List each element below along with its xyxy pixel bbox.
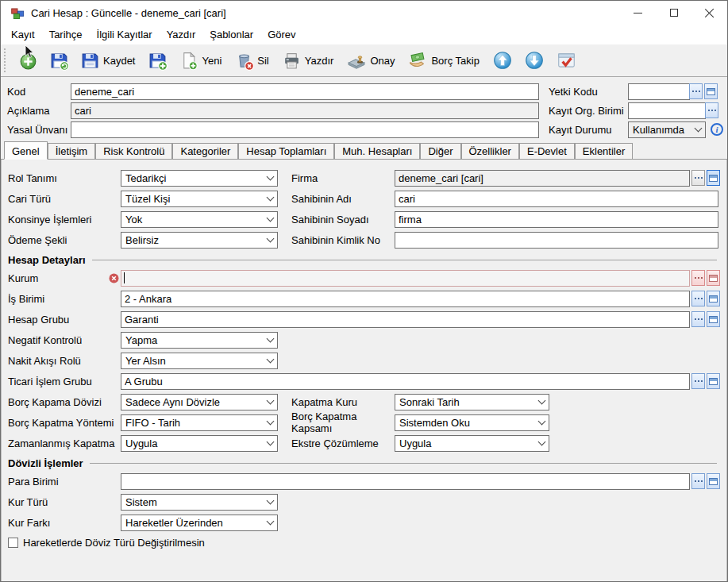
save-new-button[interactable] bbox=[142, 48, 173, 74]
hesap-grubu-ellipsis-button[interactable] bbox=[691, 311, 705, 327]
form-row: İş Birimi bbox=[8, 288, 720, 309]
hesap-grubu-detail-button[interactable] bbox=[707, 311, 720, 327]
yasal-unvani-input[interactable] bbox=[71, 121, 539, 138]
form-row: Kur Türü Sistem bbox=[8, 491, 720, 512]
section-dovizli-islemler: Dövizli İşlemler bbox=[8, 455, 720, 471]
firma-input[interactable] bbox=[395, 170, 690, 187]
delete-button[interactable]: Sil bbox=[229, 48, 275, 74]
delete-button-label: Sil bbox=[257, 55, 270, 67]
kod-input[interactable] bbox=[71, 83, 539, 100]
sahibinin-kimlik-no-input[interactable] bbox=[395, 232, 718, 249]
menu-item-ilgili-kayitlar[interactable]: İlgili Kayıtlar bbox=[90, 26, 160, 43]
aciklama-input[interactable] bbox=[71, 102, 539, 119]
kur-turu-label: Kur Türü bbox=[8, 496, 121, 508]
kayit-durumu-select[interactable]: Kullanımda bbox=[628, 121, 706, 138]
tab-ozellikler[interactable]: Özellikler bbox=[461, 143, 519, 159]
tab-hesap-toplamlari[interactable]: Hesap Toplamları bbox=[238, 143, 334, 159]
form-row: Cari Türü Tüzel Kişi Sahibinin Adı bbox=[8, 188, 720, 209]
ticari-islem-grubu-detail-button[interactable] bbox=[707, 373, 720, 389]
konsinye-islemleri-select[interactable]: Yok bbox=[121, 211, 278, 228]
borc-kapatma-yontemi-select[interactable]: FIFO - Tarih bbox=[121, 414, 278, 431]
menu-item-tarihce[interactable]: Tarihçe bbox=[42, 26, 90, 43]
menu-item-yazdir[interactable]: Yazdır bbox=[160, 26, 203, 43]
para-birimi-label: Para Birimi bbox=[8, 476, 121, 488]
move-down-button[interactable] bbox=[518, 47, 550, 74]
yetki-kodu-ellipsis-button[interactable] bbox=[689, 83, 703, 99]
ekstre-cozumleme-value: Uygula bbox=[399, 437, 431, 449]
tab-genel[interactable]: Genel bbox=[4, 141, 48, 160]
chevron-down-icon bbox=[263, 395, 277, 410]
debt-track-button[interactable]: Borç Takip bbox=[402, 48, 486, 74]
firma-ellipsis-button[interactable] bbox=[691, 170, 705, 186]
tab-e-devlet[interactable]: E-Devlet bbox=[519, 143, 575, 159]
save-new-icon bbox=[148, 51, 168, 71]
kayit-org-birimi-ellipsis-button[interactable] bbox=[705, 102, 718, 118]
kurum-input[interactable] bbox=[121, 270, 690, 287]
close-button[interactable] bbox=[691, 1, 727, 25]
rol-tanimi-select[interactable]: Tedarikçi bbox=[121, 170, 278, 187]
yetki-kodu-input[interactable] bbox=[628, 83, 690, 100]
menu-item-kayit[interactable]: Kayıt bbox=[4, 26, 42, 43]
ticari-islem-grubu-ellipsis-button[interactable] bbox=[691, 373, 705, 389]
is-birimi-detail-button[interactable] bbox=[707, 291, 720, 306]
negatif-kontrolu-select[interactable]: Yapma bbox=[121, 332, 278, 349]
hesap-grubu-input[interactable] bbox=[121, 311, 690, 328]
chevron-down-icon bbox=[263, 333, 277, 348]
borc-kapatma-kapsami-select[interactable]: Sistemden Oku bbox=[395, 414, 549, 431]
new-record-button[interactable]: Yeni bbox=[173, 48, 229, 74]
borc-kapama-dovizi-select[interactable]: Sadece Aynı Dövizle bbox=[121, 394, 278, 410]
tab-eklentiler[interactable]: Eklentiler bbox=[575, 143, 633, 159]
sahibinin-soyadi-input[interactable] bbox=[395, 211, 718, 228]
para-birimi-ellipsis-button[interactable] bbox=[691, 473, 705, 489]
menu-item-sablonlar[interactable]: Şablonlar bbox=[202, 26, 260, 43]
tab-diger[interactable]: Diğer bbox=[420, 143, 460, 159]
chevron-down-icon bbox=[263, 191, 277, 206]
kapatma-kuru-select[interactable]: Sonraki Tarih bbox=[395, 394, 549, 410]
maximize-button[interactable] bbox=[656, 1, 691, 25]
is-birimi-input[interactable] bbox=[121, 291, 690, 307]
odeme-sekli-select[interactable]: Belirsiz bbox=[121, 232, 278, 249]
cari-turu-select[interactable]: Tüzel Kişi bbox=[121, 191, 278, 207]
tab-muh-hesaplari[interactable]: Muh. Hesapları bbox=[334, 143, 420, 159]
konsinye-islemleri-value: Yok bbox=[125, 214, 142, 225]
ticari-islem-grubu-label: Ticari İşlem Grubu bbox=[8, 376, 121, 387]
kayit-org-birimi-input[interactable] bbox=[628, 102, 706, 119]
ticari-islem-grubu-input[interactable] bbox=[121, 373, 690, 390]
save-button[interactable]: Kaydet bbox=[75, 48, 142, 74]
kod-label: Kod bbox=[7, 86, 71, 98]
yetki-kodu-detail-button[interactable] bbox=[704, 83, 718, 99]
zamanlanmis-kapatma-select[interactable]: Uygula bbox=[121, 435, 278, 452]
move-up-button[interactable] bbox=[487, 47, 518, 74]
tab-risk-kontrolu[interactable]: Risk Kontrolü bbox=[95, 143, 172, 159]
is-birimi-ellipsis-button[interactable] bbox=[691, 291, 705, 306]
para-birimi-detail-button[interactable] bbox=[707, 473, 720, 489]
sahibinin-adi-input[interactable] bbox=[395, 191, 718, 207]
kur-farki-select[interactable]: Hareketler Üzerinden bbox=[121, 515, 278, 531]
record-status-info-icon[interactable] bbox=[711, 123, 723, 136]
borc-kapatma-yontemi-value: FIFO - Tarih bbox=[125, 417, 180, 429]
menu-bar: Kayıt Tarihçe İlgili Kayıtlar Yazdır Şab… bbox=[1, 25, 727, 44]
maximize-icon bbox=[670, 9, 678, 17]
kur-turu-select[interactable]: Sistem bbox=[121, 494, 278, 511]
ekstre-cozumleme-select[interactable]: Uygula bbox=[395, 435, 549, 452]
nakit-akisi-rolu-select[interactable]: Yer Alsın bbox=[121, 353, 278, 369]
minimize-button[interactable] bbox=[620, 1, 656, 25]
approve-button[interactable]: Onay bbox=[341, 48, 402, 74]
doviz-turu-degistirilmesin-checkbox[interactable] bbox=[8, 538, 18, 548]
kurum-ellipsis-button[interactable] bbox=[691, 270, 705, 286]
arrow-down-icon bbox=[524, 50, 545, 71]
para-birimi-input[interactable] bbox=[121, 473, 690, 490]
tab-iletisim[interactable]: İletişim bbox=[48, 143, 95, 159]
print-button[interactable]: Yazdır bbox=[276, 48, 341, 74]
tab-kategoriler[interactable]: Kategoriler bbox=[172, 143, 238, 159]
menu-item-gorev[interactable]: Görev bbox=[260, 26, 302, 43]
add-record-button[interactable] bbox=[13, 48, 44, 74]
save-refresh-button[interactable] bbox=[44, 48, 75, 74]
form-row: Ticari İşlem Grubu bbox=[8, 371, 720, 391]
firma-detail-button[interactable] bbox=[707, 170, 720, 186]
confirm-button[interactable] bbox=[550, 47, 583, 74]
kurum-detail-button[interactable] bbox=[707, 270, 720, 286]
section-divider bbox=[92, 260, 717, 260]
toolbar-grip[interactable] bbox=[4, 48, 8, 72]
cari-turu-value: Tüzel Kişi bbox=[125, 193, 170, 205]
